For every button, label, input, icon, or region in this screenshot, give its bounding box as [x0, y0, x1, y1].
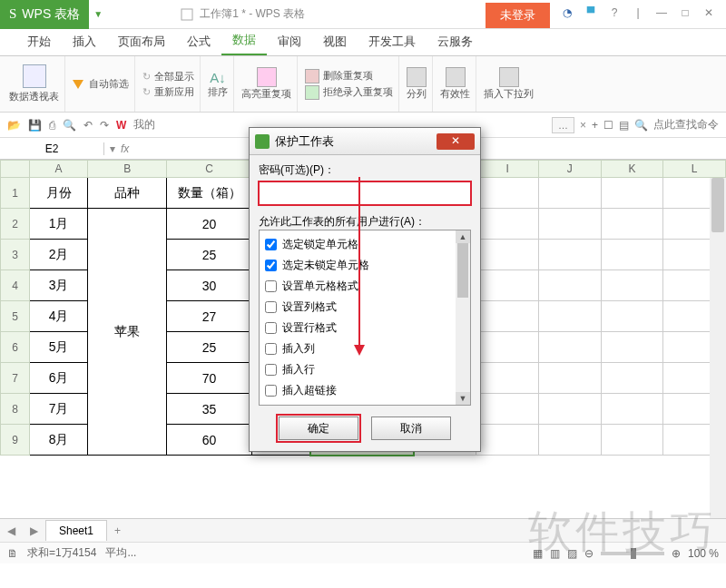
- name-box[interactable]: E2: [0, 142, 104, 155]
- row-header[interactable]: 3: [1, 240, 30, 270]
- col-header[interactable]: J: [538, 161, 601, 178]
- workbook-tab[interactable]: …: [552, 117, 574, 133]
- cell[interactable]: [538, 394, 601, 425]
- scrollbar-thumb[interactable]: [457, 243, 468, 298]
- cell[interactable]: [476, 363, 539, 394]
- show-all-button[interactable]: ↻全部显示: [142, 69, 194, 84]
- cell[interactable]: 1月: [30, 209, 88, 240]
- cell[interactable]: 月份: [30, 178, 88, 209]
- cell[interactable]: [538, 178, 601, 209]
- cell[interactable]: 8月: [30, 425, 88, 456]
- cell[interactable]: [476, 332, 539, 363]
- cell[interactable]: [601, 270, 663, 301]
- cell[interactable]: [601, 240, 663, 270]
- login-button[interactable]: 未登录: [486, 3, 550, 28]
- permission-checkbox[interactable]: [265, 239, 277, 250]
- cell[interactable]: 25: [167, 332, 252, 363]
- cell[interactable]: 5月: [30, 332, 88, 363]
- col-header[interactable]: B: [88, 161, 167, 178]
- sheet-nav-next-icon[interactable]: ▶: [23, 524, 45, 537]
- row-header[interactable]: 9: [1, 425, 30, 456]
- row-header[interactable]: 8: [1, 394, 30, 425]
- cell[interactable]: 35: [167, 394, 252, 425]
- cell[interactable]: 3月: [30, 270, 88, 301]
- select-all-corner[interactable]: [1, 161, 30, 178]
- permission-item[interactable]: 插入列: [265, 338, 465, 359]
- pivot-table-button[interactable]: 数据透视表: [4, 56, 65, 112]
- window-icon[interactable]: ☐: [603, 119, 613, 132]
- help-icon[interactable]: ?: [606, 6, 623, 23]
- reject-dup-button[interactable]: 拒绝录入重复项: [305, 84, 393, 101]
- listbox-scrollbar[interactable]: ▲ ▼: [456, 230, 470, 405]
- cell[interactable]: [538, 332, 601, 363]
- tab-数据[interactable]: 数据: [221, 26, 267, 55]
- cloud-icon[interactable]: ◔: [559, 6, 575, 23]
- tab-开发工具[interactable]: 开发工具: [358, 28, 427, 55]
- view-break-icon[interactable]: ▨: [567, 547, 577, 560]
- cell[interactable]: [476, 178, 539, 209]
- app-menu-dropdown-icon[interactable]: ▼: [89, 9, 107, 19]
- cell[interactable]: [538, 270, 601, 301]
- permission-checkbox[interactable]: [265, 301, 277, 313]
- wps-my-label[interactable]: 我的: [133, 117, 155, 132]
- cell[interactable]: [538, 209, 601, 240]
- cell[interactable]: [538, 301, 601, 332]
- permission-item[interactable]: 设置行格式: [265, 318, 465, 338]
- row-header[interactable]: 2: [1, 209, 30, 240]
- permission-item[interactable]: 选定锁定单元格: [265, 234, 465, 255]
- cell[interactable]: [476, 240, 539, 270]
- permission-item[interactable]: 插入超链接: [265, 380, 465, 401]
- view-page-icon[interactable]: ▥: [550, 547, 560, 560]
- text-to-columns-button[interactable]: 分列: [401, 56, 433, 112]
- row-header[interactable]: 1: [1, 178, 30, 209]
- permission-checkbox[interactable]: [265, 260, 277, 271]
- permission-checkbox[interactable]: [265, 322, 277, 334]
- cell[interactable]: 25: [167, 240, 252, 270]
- open-icon[interactable]: 📂: [7, 119, 21, 132]
- tab-插入[interactable]: 插入: [62, 28, 107, 55]
- col-header[interactable]: A: [30, 161, 88, 178]
- remove-dup-button[interactable]: 删除重复项: [305, 68, 373, 84]
- add-sheet-icon[interactable]: +: [107, 524, 128, 537]
- tab-审阅[interactable]: 审阅: [267, 28, 312, 55]
- zoom-slider[interactable]: [601, 552, 664, 555]
- cell[interactable]: 7月: [30, 394, 88, 425]
- cell[interactable]: 6月: [30, 363, 88, 394]
- permission-item[interactable]: 选定未锁定单元格: [265, 255, 465, 276]
- cancel-button[interactable]: 取消: [371, 416, 451, 440]
- tab-页面布局[interactable]: 页面布局: [107, 28, 176, 55]
- scroll-up-icon[interactable]: ▲: [456, 230, 470, 243]
- permission-checkbox[interactable]: [265, 343, 277, 355]
- row-header[interactable]: 4: [1, 270, 30, 301]
- validation-button[interactable]: 有效性: [435, 56, 476, 112]
- permission-checkbox[interactable]: [265, 364, 277, 376]
- save-icon[interactable]: 💾: [28, 119, 42, 132]
- tab-云服务[interactable]: 云服务: [427, 28, 484, 55]
- col-header[interactable]: C: [167, 161, 252, 178]
- cell[interactable]: 4月: [30, 301, 88, 332]
- maximize-icon[interactable]: □: [677, 6, 693, 23]
- cell[interactable]: [601, 209, 663, 240]
- print-icon[interactable]: ⎙: [49, 119, 55, 132]
- tab-视图[interactable]: 视图: [312, 28, 358, 55]
- dialog-titlebar[interactable]: 保护工作表 ✕: [250, 128, 480, 155]
- vertical-scrollbar[interactable]: [710, 178, 726, 518]
- wps-logo-icon[interactable]: W: [116, 119, 126, 132]
- cell[interactable]: [538, 240, 601, 270]
- cell[interactable]: [601, 301, 663, 332]
- app-badge[interactable]: SWPS 表格: [0, 0, 89, 29]
- cell[interactable]: [601, 394, 663, 425]
- col-header[interactable]: I: [476, 161, 539, 178]
- fx-icon[interactable]: fx: [121, 142, 129, 155]
- row-header[interactable]: 6: [1, 332, 30, 363]
- zoom-level[interactable]: 100 %: [688, 547, 719, 560]
- tab-公式[interactable]: 公式: [176, 28, 221, 55]
- autofilter-button[interactable]: 自动筛选: [73, 76, 129, 92]
- new-tab-icon[interactable]: +: [592, 119, 598, 132]
- cell[interactable]: 2月: [30, 240, 88, 270]
- highlight-dup-button[interactable]: 高亮重复项: [236, 56, 298, 112]
- ok-button[interactable]: 确定: [279, 416, 358, 440]
- cell[interactable]: [476, 209, 539, 240]
- cell[interactable]: 数量（箱）: [167, 178, 252, 209]
- permission-item[interactable]: 插入行: [265, 359, 465, 380]
